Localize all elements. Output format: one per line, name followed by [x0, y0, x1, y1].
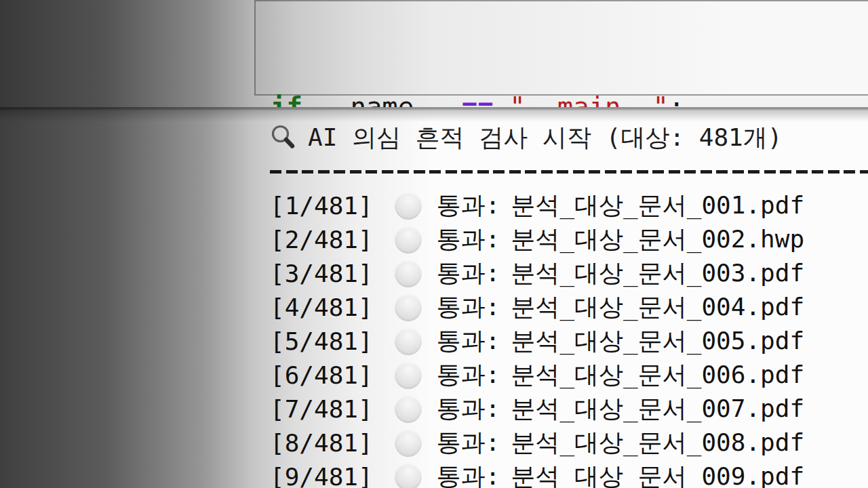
row-index: [8/481]: [270, 429, 373, 457]
scan-result-row: [8/481] 통과: 분석_대상_문서_008.pdf: [270, 426, 868, 460]
row-status-pass: 통과:: [437, 359, 500, 392]
row-filename: 분석_대상_문서_006.pdf: [511, 359, 804, 392]
row-status-pass: 통과:: [437, 325, 500, 358]
scan-result-row: [6/481] 통과: 분석_대상_문서_006.pdf: [270, 358, 868, 392]
scan-result-row: [7/481] 통과: 분석_대상_문서_007.pdf: [270, 392, 868, 426]
code-snippet-box: if __name__ == "__main__": main(): [254, 0, 868, 96]
row-index: [6/481]: [270, 361, 373, 389]
divider-dashes: ----------------------------------------: [270, 155, 868, 188]
broadcast-graphic: if __name__ == "__main__": main() AI 의심 …: [0, 0, 868, 488]
status-circle-icon: [395, 463, 422, 488]
row-status-pass: 통과:: [437, 189, 500, 222]
status-circle-icon: [395, 260, 422, 287]
magnifying-glass-icon: [270, 124, 297, 151]
scan-result-row: [2/481] 통과: 분석_대상_문서_002.hwp: [270, 222, 868, 256]
status-circle-icon: [395, 293, 422, 321]
row-status-pass: 통과:: [437, 257, 500, 290]
row-filename: 분석_대상_문서_005.pdf: [511, 325, 804, 358]
row-filename: 분석_대상_문서_001.pdf: [511, 189, 804, 222]
status-circle-icon: [395, 429, 422, 457]
status-circle-icon: [395, 192, 422, 220]
row-filename: 분석_대상_문서_002.hwp: [511, 223, 804, 256]
scan-result-row: [4/481] 통과: 분석_대상_문서_004.pdf: [270, 290, 868, 324]
row-status-pass: 통과:: [437, 291, 500, 324]
row-index: [1/481]: [270, 192, 373, 220]
row-filename: 분석_대상_문서_003.pdf: [511, 257, 804, 290]
row-index: [3/481]: [270, 260, 373, 287]
row-index: [2/481]: [270, 226, 373, 253]
scan-result-row: [3/481] 통과: 분석_대상_문서_003.pdf: [270, 256, 868, 290]
row-filename: 분석_대상_문서_009.pdf: [511, 460, 804, 488]
row-index: [9/481]: [270, 463, 373, 488]
status-circle-icon: [395, 226, 422, 253]
row-index: [4/481]: [270, 293, 373, 321]
scan-result-row: [9/481] 통과: 분석_대상_문서_009.pdf: [270, 460, 868, 488]
terminal-output: AI 의심 흔적 검사 시작 (대상: 481개) --------------…: [0, 107, 868, 488]
divider-bar: [270, 170, 868, 174]
terminal-section: AI 의심 흔적 검사 시작 (대상: 481개) --------------…: [0, 107, 868, 488]
row-filename: 분석_대상_문서_004.pdf: [511, 291, 804, 324]
row-status-pass: 통과:: [437, 223, 500, 256]
scan-start-header-text: AI 의심 흔적 검사 시작 (대상: 481개): [308, 121, 782, 155]
row-index: [7/481]: [270, 395, 373, 423]
row-filename: 분석_대상_문서_008.pdf: [511, 426, 804, 460]
scan-start-header: AI 의심 흔적 검사 시작 (대상: 481개): [270, 121, 868, 155]
scan-result-row: [5/481] 통과: 분석_대상_문서_005.pdf: [270, 324, 868, 358]
row-status-pass: 통과:: [437, 460, 500, 488]
row-index: [5/481]: [270, 327, 373, 355]
row-filename: 분석_대상_문서_007.pdf: [511, 392, 804, 426]
code-editor-section: if __name__ == "__main__": main(): [0, 0, 868, 107]
status-circle-icon: [395, 361, 422, 389]
row-status-pass: 통과:: [437, 426, 500, 460]
scan-result-row: [1/481] 통과: 분석_대상_문서_001.pdf: [270, 188, 868, 222]
row-status-pass: 통과:: [437, 392, 500, 426]
status-circle-icon: [395, 327, 422, 355]
status-circle-icon: [395, 395, 422, 423]
